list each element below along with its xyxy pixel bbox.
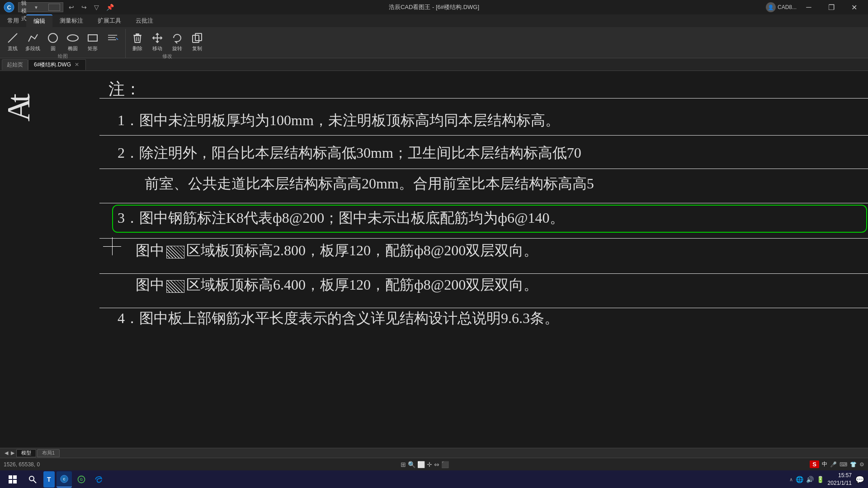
title-bar-left: C 编辑模式 ▼ ↩ ↪ ▽ 📌 [4, 2, 116, 13]
tray-arrow[interactable]: ∧ [789, 477, 793, 483]
pan-icon[interactable]: ⇔ [434, 461, 439, 468]
layout-nav-next[interactable]: ▶ [10, 450, 15, 456]
zoom-icon[interactable]: 🔍 [408, 461, 415, 468]
status-left: 1526, 65538, 0 [4, 461, 40, 468]
note-line-4: 图中区域板顶标高2.800，板厚120，配筋ф8@200双层双向。 [136, 241, 538, 261]
ribbon-tab-common[interactable]: 常用 [0, 14, 26, 27]
mode-dropdown-arrow: ▼ [34, 5, 45, 10]
mode-dropdown[interactable]: 编辑模式 ▼ [18, 2, 63, 12]
status-bar: 1526, 65538, 0 ⊞ 🔍 ⬜ ✛ ⇔ ⬛ S 中 🎤 ⌨ 👕 ⚙ [0, 458, 868, 470]
ribbon-tab-extend[interactable]: 扩展工具 [90, 14, 128, 27]
ribbon-group-modify: 删除 移动 [127, 29, 210, 58]
drawing-tab[interactable]: 6#楼结构.DWG ✕ [28, 59, 86, 70]
move-label: 移动 [152, 45, 162, 52]
taskbar-browser-btn[interactable]: G [74, 471, 89, 488]
svg-rect-19 [13, 475, 17, 479]
copy-label: 复制 [192, 45, 202, 52]
rotate-label: 旋转 [172, 45, 182, 52]
notification-btn[interactable]: 💬 [855, 475, 864, 484]
ribbon-tab-edit[interactable]: 编辑 [26, 14, 52, 27]
taskbar-edge-btn[interactable] [91, 471, 106, 488]
title-bar-right: 👤 CAD8... ─ ❐ ✕ [766, 0, 864, 14]
note-line-2b: 前室、公共走道比本层结构标高高20mm。合用前室比本层结构标高高5 [145, 174, 594, 194]
modify-group-label: 修改 [128, 53, 206, 61]
taskbar-word-btn[interactable]: T [43, 471, 55, 488]
note-title: 注： [108, 78, 141, 100]
sofeware-logo: S [810, 460, 819, 468]
ellipse-label: 椭圆 [68, 45, 78, 52]
note-line-2: 2．除注明外，阳台比本层结构标高低30mm；卫生间比本层结构标高低70 [118, 143, 581, 163]
copy-tool[interactable]: 复制 [188, 31, 206, 53]
lang-indicator[interactable]: 中 [822, 460, 827, 468]
ribbon-tab-cloud[interactable]: 云批注 [128, 14, 160, 27]
undo-btn[interactable]: ↩ [67, 3, 76, 12]
note-divider-5 [99, 273, 868, 274]
status-right: S 中 🎤 ⌨ 👕 ⚙ [810, 460, 864, 468]
status-center: ⊞ 🔍 ⬜ ✛ ⇔ ⬛ [401, 461, 449, 468]
keyboard-icon[interactable]: ⌨ [840, 461, 847, 468]
extra1-btn[interactable]: ▽ [92, 3, 101, 12]
layout-nav-prev[interactable]: ◀ [4, 450, 9, 456]
draw-tools: 直线 多段线 圆 [4, 29, 122, 53]
volume-icon[interactable]: 🔊 [806, 476, 814, 483]
mode-dropdown-indicator [48, 4, 60, 11]
taskbar-right: ∧ 🌐 🔊 🔋 15:57 2021/1/11 💬 [789, 472, 864, 487]
ribbon-group-draw: 直线 多段线 圆 [2, 29, 126, 58]
pin-btn[interactable]: 📌 [104, 3, 116, 12]
svg-rect-5 [88, 35, 97, 41]
home-tab-label: 起始页 [7, 61, 23, 69]
layout-tab-model[interactable]: 模型 [16, 449, 36, 457]
svg-line-9 [116, 38, 118, 40]
note-line-5: 图中区域板顶标高6.400，板厚120，配筋ф8@200双层双向。 [136, 275, 538, 295]
move-tool[interactable]: 移动 [148, 31, 166, 53]
text-tool[interactable] [104, 31, 122, 46]
note-divider-2 [99, 169, 868, 169]
redo-btn[interactable]: ↪ [80, 3, 89, 12]
svg-text:C: C [7, 5, 11, 11]
note-divider-2b [99, 203, 868, 203]
shirt-icon[interactable]: 👕 [850, 461, 857, 468]
coordinates: 1526, 65538, 0 [4, 461, 40, 468]
home-tab[interactable]: 起始页 [2, 59, 28, 70]
polyline-tool[interactable]: 多段线 [24, 31, 42, 53]
svg-rect-18 [9, 475, 12, 479]
clock-time: 15:57 [828, 472, 852, 479]
clock[interactable]: 15:57 2021/1/11 [828, 472, 852, 487]
settings-icon[interactable]: ⚙ [859, 461, 864, 468]
line-tool[interactable]: 直线 [4, 31, 22, 53]
note-line-6: 4．图中板上部钢筋水平长度表示的含义详见结构设计总说明9.6.3条。 [118, 309, 559, 328]
grid-icon[interactable]: ⊞ [401, 461, 406, 468]
ribbon-tab-measure[interactable]: 测量标注 [52, 14, 90, 27]
search-btn[interactable] [24, 471, 42, 488]
polyline-label: 多段线 [25, 45, 40, 52]
battery-icon[interactable]: 🔋 [816, 476, 824, 483]
restore-btn[interactable]: ❐ [821, 0, 842, 14]
model-icon[interactable]: ⬛ [441, 461, 449, 468]
ortho-icon[interactable]: ✛ [427, 461, 432, 468]
user-label: CAD8... [778, 4, 797, 10]
rect-tool[interactable]: 矩形 [84, 31, 102, 53]
taskbar-left: T C G [4, 471, 106, 488]
drawing-tab-close[interactable]: ✕ [74, 61, 80, 68]
start-btn[interactable] [4, 471, 22, 488]
layout-tab-layout1[interactable]: 布局1 [37, 449, 60, 457]
layout-tabs: ◀ ▶ 模型 布局1 [0, 448, 868, 458]
circle-tool[interactable]: 圆 [44, 31, 62, 53]
note-divider-6 [99, 308, 868, 308]
circle-label: 圆 [51, 45, 56, 52]
mic-icon[interactable]: 🎤 [830, 461, 837, 468]
close-btn[interactable]: ✕ [844, 0, 864, 14]
snap-icon[interactable]: ⬜ [417, 461, 425, 468]
svg-rect-10 [136, 33, 139, 35]
canvas-area[interactable]: At 注： 1．图中未注明板厚均为100mm，未注明板顶标高均同本层结构标高。 … [0, 71, 868, 448]
line-label: 直线 [8, 45, 18, 52]
taskbar-cad-btn[interactable]: C [57, 471, 72, 488]
taskbar: T C G ∧ 🌐 🔊 🔋 15: [0, 470, 868, 488]
delete-tool[interactable]: 删除 [128, 31, 146, 53]
network-icon[interactable]: 🌐 [796, 476, 803, 483]
ellipse-tool[interactable]: 椭圆 [64, 31, 82, 53]
svg-point-22 [29, 476, 34, 481]
minimize-btn[interactable]: ─ [798, 0, 819, 14]
rotate-tool[interactable]: 旋转 [168, 31, 186, 53]
svg-text:C: C [63, 478, 65, 481]
